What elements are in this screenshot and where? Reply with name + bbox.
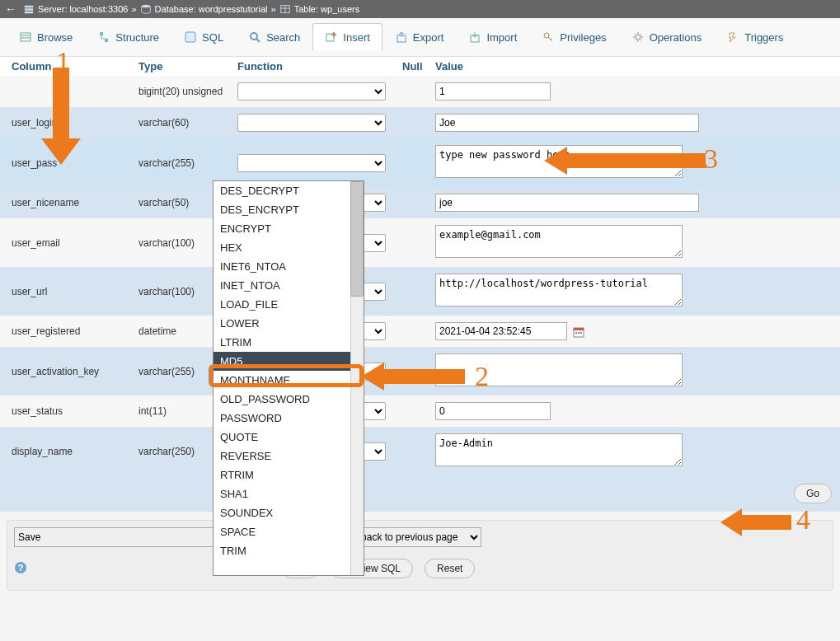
function-option[interactable]: QUOTE [214,428,364,447]
function-option[interactable]: LTRIM [214,333,364,352]
value-textarea[interactable] [435,145,683,178]
svg-rect-12 [185,32,195,42]
tab-import[interactable]: Import [456,23,529,51]
cell-function [237,154,402,172]
function-option[interactable]: TRIM [214,541,364,560]
table-row: user_loginvarchar(60) [0,107,840,138]
value-input[interactable] [435,322,567,340]
tab-label: Search [266,31,300,44]
svg-line-14 [256,39,260,42]
crumb-table[interactable]: Table: wp_users [294,0,360,18]
function-listbox[interactable]: DES_DECRYPTDES_ENCRYPTENCRYPTHEXINET6_NT… [213,180,364,576]
value-textarea[interactable] [435,274,683,306]
svg-rect-23 [574,328,584,330]
value-textarea[interactable] [435,225,683,258]
tab-label: SQL [202,31,223,44]
tab-insert[interactable]: Insert [312,23,382,51]
tab-structure[interactable]: Structure [85,23,171,51]
browse-icon [19,30,32,44]
function-option[interactable]: MONTHNAME [214,371,364,390]
value-textarea[interactable] [435,353,683,386]
cell-type: bigint(20) unsigned [138,86,237,97]
cell-column: user_login [7,117,138,129]
help-icon[interactable]: ? [14,561,27,577]
function-option[interactable]: LOWER [214,314,364,333]
function-option[interactable]: SPACE [214,522,364,541]
cell-column: user_email [7,237,138,249]
function-option[interactable]: LOAD_FILE [214,295,364,314]
value-input[interactable] [435,114,699,132]
value-input[interactable] [435,402,551,420]
back-arrow-icon[interactable]: ← [5,0,16,18]
function-select[interactable] [237,82,386,101]
rows-container: bigint(20) unsigneduser_loginvarchar(60)… [0,76,840,475]
calendar-icon[interactable] [572,325,585,339]
function-option[interactable]: INET_NTOA [214,276,364,295]
scrollbar-track[interactable] [350,181,364,575]
value-input[interactable] [435,194,699,212]
function-option[interactable]: SHA1 [214,484,364,503]
function-option[interactable]: MD5 [214,352,364,371]
tab-label: Browse [37,31,73,44]
bottom-row-2: ? Go Preview SQL Reset [14,554,826,583]
tab-privileges[interactable]: Privileges [529,23,618,51]
operations-icon [631,30,645,44]
svg-rect-10 [100,32,103,35]
tab-triggers[interactable]: Triggers [714,23,795,51]
table-row: user_registereddatetime [0,316,840,347]
bottom-row-1: Save and then Go back to previous page [14,527,826,547]
function-option[interactable]: OLD_PASSWORD [214,390,364,409]
function-option[interactable]: INET6_NTOA [214,257,364,276]
cell-value [435,274,833,309]
cell-column: display_name [7,446,138,457]
tab-label: Structure [115,31,159,44]
table-row: bigint(20) unsigned [0,76,840,107]
database-icon [140,3,152,15]
tab-search[interactable]: Search [236,23,312,51]
svg-rect-24 [575,332,577,334]
go-button[interactable]: Go [794,484,832,503]
function-select[interactable] [237,154,386,172]
svg-rect-1 [25,8,34,11]
triggers-icon [726,30,739,44]
svg-rect-11 [105,39,108,42]
tab-browse[interactable]: Browse [7,23,85,51]
crumb-sep: » [131,0,136,18]
function-option[interactable]: PASSWORD [214,409,364,428]
export-icon [395,30,408,44]
function-option[interactable]: SOUNDEX [214,503,364,522]
function-option[interactable]: REVERSE [214,447,364,466]
cell-value [435,145,833,180]
function-option[interactable]: RTRIM [214,466,364,484]
go-row: Go [0,475,840,512]
function-option[interactable]: DES_ENCRYPT [214,200,364,219]
table-icon [279,3,291,15]
cell-type: varchar(255) [138,157,237,169]
sql-icon [184,30,197,44]
header-function: Function [237,60,402,73]
function-select[interactable] [237,114,386,132]
function-option[interactable]: DES_DECRYPT [214,181,364,200]
function-option[interactable]: HEX [214,238,364,257]
scrollbar-thumb[interactable] [350,181,364,297]
cell-value [435,114,833,132]
cell-value [435,353,833,389]
crumb-database[interactable]: Database: wordpresstutorial [155,0,268,18]
cell-column: user_activation_key [7,366,138,377]
reset-button[interactable]: Reset [425,559,475,578]
value-textarea[interactable] [435,433,683,466]
crumb-server[interactable]: Server: localhost:3306 [38,0,128,18]
tab-export[interactable]: Export [382,23,457,51]
svg-rect-7 [21,33,31,41]
tabs-bar: BrowseStructureSQLSearchInsertExportImpo… [0,18,840,57]
tab-operations[interactable]: Operations [619,23,715,51]
structure-icon [97,30,110,44]
header-column: Column [7,60,138,73]
value-input[interactable] [435,82,551,101]
function-option[interactable]: ENCRYPT [214,219,364,238]
cell-function [237,114,402,132]
tab-sql[interactable]: SQL [171,23,236,51]
cell-column: user_nicename [7,197,138,208]
cell-column: user_pass [7,157,138,169]
svg-point-21 [636,35,641,40]
